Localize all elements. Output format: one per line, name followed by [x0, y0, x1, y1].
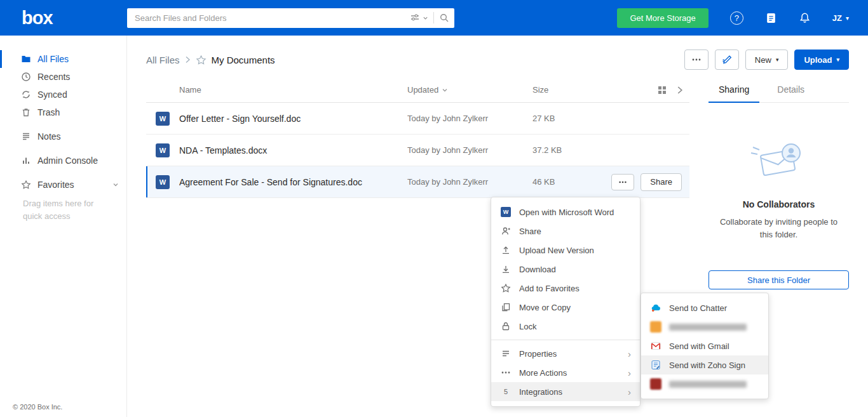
sidebar-item-label: Synced	[37, 89, 67, 100]
sidebar-item-label: Trash	[37, 107, 60, 117]
file-list-header: Name Updated Size	[146, 77, 689, 103]
menu-item-integrations[interactable]: 5 Integrations ›	[491, 382, 640, 401]
box-app: box Get More Storage ?	[0, 0, 868, 417]
sidebar-item-trash[interactable]: Trash	[0, 103, 126, 121]
file-name[interactable]: NDA - Templates.docx	[179, 145, 407, 156]
table-row[interactable]: W Offer Letter - Sign Yourself.doc Today…	[146, 103, 689, 135]
file-name[interactable]: Agreement For Sale - Send for Signatures…	[179, 177, 407, 187]
user-caret-icon: ▾	[846, 15, 849, 22]
tasks-icon[interactable]	[765, 12, 777, 24]
folder-actions: New ▾ Upload ▾	[684, 50, 849, 70]
menu-item-send-with-zoho-sign[interactable]: Send with Zoho Sign	[641, 355, 768, 374]
sidebar-item-synced[interactable]: Synced	[0, 86, 126, 103]
column-size[interactable]: Size	[532, 85, 596, 95]
search-bar[interactable]	[127, 8, 454, 28]
sign-pencil-button[interactable]	[715, 50, 739, 70]
sort-caret-icon	[442, 87, 448, 93]
folder-more-options-button[interactable]	[684, 50, 709, 70]
notifications-bell-icon[interactable]	[799, 12, 811, 24]
share-icon	[500, 226, 512, 236]
grid-view-icon[interactable]	[658, 86, 667, 95]
menu-item-redacted-integration[interactable]	[641, 374, 768, 394]
submenu-arrow-icon: ›	[628, 368, 631, 378]
star-icon	[500, 283, 512, 293]
favorite-star-icon[interactable]	[196, 55, 207, 65]
search-filter-icon[interactable]	[410, 13, 420, 23]
search-input[interactable]	[135, 13, 410, 23]
filter-caret-icon[interactable]	[423, 15, 428, 21]
sidebar-item-all-files[interactable]: All Files	[0, 50, 126, 68]
row-more-options-button[interactable]	[611, 174, 634, 190]
sidebar-item-label: Favorites	[37, 180, 74, 190]
panel-tabs: Sharing Details	[709, 77, 849, 103]
menu-item-more-actions[interactable]: More Actions ›	[491, 363, 640, 382]
search-icon[interactable]	[439, 13, 449, 23]
sidebar-item-admin-console[interactable]: Admin Console	[0, 152, 126, 169]
get-more-storage-button[interactable]: Get More Storage	[617, 8, 708, 28]
share-this-folder-button[interactable]: Share this Folder	[709, 270, 849, 289]
menu-item-download[interactable]: Download	[491, 260, 640, 279]
sidebar-item-recents[interactable]: Recents	[0, 68, 126, 86]
sidebar-item-label: Recents	[37, 72, 70, 82]
box-logo[interactable]: box	[0, 9, 127, 27]
sharing-empty-state: No Collaborators Collaborate by inviting…	[709, 136, 849, 289]
integrations-count-badge: 5	[500, 388, 512, 395]
menu-item-add-to-favorites[interactable]: Add to Favorites	[491, 279, 640, 298]
collapse-panel-icon[interactable]	[677, 86, 683, 95]
new-button[interactable]: New ▾	[745, 50, 789, 70]
redacted-label	[669, 324, 747, 331]
submenu-arrow-icon: ›	[628, 349, 631, 359]
menu-item-move-or-copy[interactable]: Move or Copy	[491, 298, 640, 317]
file-name[interactable]: Offer Letter - Sign Yourself.doc	[179, 114, 407, 124]
copy-icon	[500, 302, 512, 312]
breadcrumb-all-files[interactable]: All Files	[146, 55, 180, 65]
new-button-label: New	[755, 55, 771, 65]
column-updated[interactable]: Updated	[407, 85, 532, 95]
upload-button[interactable]: Upload ▾	[794, 50, 849, 70]
menu-item-properties[interactable]: Properties ›	[491, 344, 640, 363]
word-file-icon: W	[156, 175, 170, 189]
tab-sharing[interactable]: Sharing	[709, 77, 759, 103]
table-row[interactable]: W NDA - Templates.docx Today by John Zyl…	[146, 135, 689, 166]
notes-icon	[21, 131, 31, 142]
gmail-icon	[650, 340, 661, 352]
menu-divider	[491, 340, 640, 340]
chatter-icon	[650, 302, 661, 314]
table-row-selected[interactable]: W Agreement For Sale - Send for Signatur…	[146, 166, 689, 198]
favorites-drag-hint: Drag items here for quick access	[23, 197, 100, 223]
submenu-arrow-icon: ›	[628, 387, 631, 397]
user-menu[interactable]: JZ ▾	[832, 13, 849, 23]
menu-item-open-with-word[interactable]: W Open with Microsoft Word	[491, 202, 640, 222]
topbar-actions: Get More Storage ? JZ ▾	[617, 8, 868, 28]
menu-item-send-with-gmail[interactable]: Send with Gmail	[641, 336, 768, 355]
file-size: 46 KB	[532, 177, 596, 187]
row-share-button[interactable]: Share	[641, 173, 682, 191]
zoho-sign-icon	[650, 359, 661, 371]
favorites-expand-icon[interactable]	[112, 182, 126, 188]
file-size: 27 KB	[532, 114, 596, 123]
sidebar-item-favorites[interactable]: Favorites	[0, 176, 126, 194]
sidebar-item-notes[interactable]: Notes	[0, 128, 126, 145]
column-name[interactable]: Name	[179, 85, 407, 95]
caret-down-icon: ▾	[836, 56, 839, 63]
help-icon[interactable]: ?	[730, 11, 743, 25]
breadcrumb-current-folder: My Documents	[212, 55, 275, 65]
menu-item-share[interactable]: Share	[491, 222, 640, 241]
menu-item-send-to-chatter[interactable]: Send to Chatter	[641, 298, 768, 317]
copyright-text: © 2020 Box Inc.	[13, 403, 62, 411]
column-updated-label: Updated	[407, 85, 438, 95]
file-updated: Today by John Zylkerr	[407, 177, 532, 187]
chevron-right-icon	[185, 56, 191, 63]
menu-item-redacted-integration[interactable]	[641, 317, 768, 336]
menu-item-lock[interactable]: Lock	[491, 317, 640, 336]
red-app-icon	[650, 378, 661, 390]
word-icon: W	[500, 207, 512, 217]
admin-console-icon	[21, 156, 31, 166]
menu-item-upload-new-version[interactable]: Upload New Version	[491, 241, 640, 260]
tab-details[interactable]: Details	[767, 77, 815, 103]
no-collaborators-title: No Collaborators	[709, 199, 849, 209]
sync-icon	[21, 89, 31, 100]
search-divider	[433, 12, 434, 23]
list-icon	[500, 348, 512, 359]
user-initials: JZ	[832, 13, 842, 23]
